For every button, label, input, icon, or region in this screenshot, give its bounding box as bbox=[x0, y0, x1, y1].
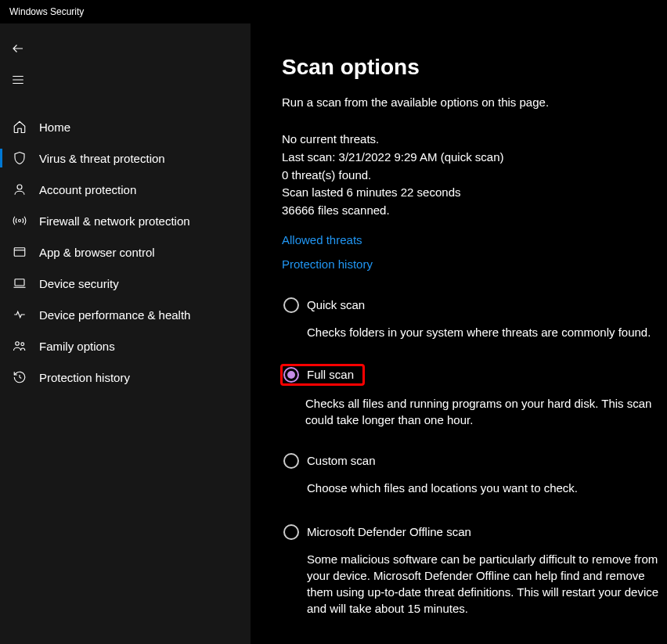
sidebar-item-firewall[interactable]: Firewall & network protection bbox=[0, 205, 251, 236]
status-last-scan: Last scan: 3/21/2022 9:29 AM (quick scan… bbox=[282, 149, 661, 166]
status-files-scanned: 36666 files scanned. bbox=[282, 202, 661, 219]
option-title: Microsoft Defender Offline scan bbox=[307, 525, 471, 538]
svg-point-4 bbox=[16, 342, 20, 346]
status-threats-found: 0 threat(s) found. bbox=[282, 167, 661, 184]
scan-options-list: Quick scan Checks folders in your system… bbox=[282, 294, 661, 620]
heart-rate-icon bbox=[11, 306, 28, 323]
option-description: Some malicious software can be particula… bbox=[307, 551, 659, 617]
option-title: Custom scan bbox=[307, 454, 376, 467]
sidebar-item-label: App & browser control bbox=[39, 246, 155, 259]
radio-full-scan[interactable]: Full scan bbox=[283, 367, 354, 383]
allowed-threats-link[interactable]: Allowed threats bbox=[282, 233, 661, 246]
sidebar-item-label: Protection history bbox=[39, 371, 130, 384]
radio-icon bbox=[283, 297, 299, 313]
main-content: Scan options Run a scan from the availab… bbox=[251, 23, 667, 644]
people-icon bbox=[11, 337, 28, 354]
svg-point-1 bbox=[19, 220, 21, 222]
sidebar-item-label: Virus & threat protection bbox=[39, 152, 165, 165]
sidebar-item-label: Family options bbox=[39, 340, 115, 353]
sidebar-item-home[interactable]: Home bbox=[0, 111, 251, 142]
sidebar-item-label: Account protection bbox=[39, 183, 136, 196]
radio-quick-scan[interactable]: Quick scan bbox=[283, 297, 659, 313]
arrow-left-icon bbox=[11, 41, 25, 56]
app-title: Windows Security bbox=[9, 6, 84, 17]
option-title: Full scan bbox=[307, 368, 354, 381]
option-custom-scan: Custom scan Choose which files and locat… bbox=[282, 450, 661, 499]
radio-offline-scan[interactable]: Microsoft Defender Offline scan bbox=[283, 524, 659, 540]
back-button[interactable] bbox=[0, 33, 251, 64]
sidebar-item-label: Device performance & health bbox=[39, 308, 190, 322]
protection-history-link[interactable]: Protection history bbox=[282, 257, 661, 271]
svg-rect-3 bbox=[15, 279, 24, 286]
option-description: Choose which files and locations you wan… bbox=[307, 480, 659, 496]
titlebar: Windows Security bbox=[0, 0, 667, 23]
sidebar-item-family[interactable]: Family options bbox=[0, 330, 251, 362]
status-scan-duration: Scan lasted 6 minutes 22 seconds bbox=[282, 184, 661, 201]
page-subtitle: Run a scan from the available options on… bbox=[282, 95, 661, 109]
svg-point-0 bbox=[17, 185, 22, 189]
sidebar-item-label: Firewall & network protection bbox=[39, 214, 190, 228]
radio-icon bbox=[283, 453, 299, 469]
option-quick-scan: Quick scan Checks folders in your system… bbox=[282, 294, 661, 344]
sidebar-item-history[interactable]: Protection history bbox=[0, 362, 251, 393]
window-icon bbox=[11, 243, 28, 261]
radio-custom-scan[interactable]: Custom scan bbox=[283, 453, 659, 469]
sidebar-item-account[interactable]: Account protection bbox=[0, 174, 251, 205]
shield-icon bbox=[11, 149, 28, 167]
svg-rect-2 bbox=[14, 248, 25, 257]
option-description: Checks folders in your system where thre… bbox=[307, 324, 659, 340]
person-icon bbox=[11, 181, 28, 198]
radio-icon bbox=[283, 367, 299, 383]
sidebar-item-virus[interactable]: Virus & threat protection bbox=[0, 142, 251, 174]
svg-point-5 bbox=[21, 343, 24, 346]
sidebar-item-device-security[interactable]: Device security bbox=[0, 268, 251, 299]
sidebar: Home Virus & threat protection Account p… bbox=[0, 23, 251, 644]
sidebar-item-app-browser[interactable]: App & browser control bbox=[0, 236, 251, 268]
radio-icon bbox=[283, 524, 299, 540]
sidebar-item-label: Home bbox=[39, 121, 70, 134]
history-icon bbox=[11, 369, 28, 386]
sidebar-item-label: Device security bbox=[39, 277, 119, 290]
option-title: Quick scan bbox=[307, 298, 365, 311]
option-description: Checks all files and running programs on… bbox=[305, 395, 661, 428]
sidebar-item-performance[interactable]: Device performance & health bbox=[0, 299, 251, 330]
laptop-icon bbox=[11, 275, 28, 292]
broadcast-icon bbox=[11, 212, 28, 229]
home-icon bbox=[11, 118, 28, 135]
scan-status: No current threats. Last scan: 3/21/2022… bbox=[282, 131, 661, 219]
page-title: Scan options bbox=[282, 55, 661, 80]
option-full-scan: Full scan bbox=[282, 365, 363, 384]
hamburger-icon bbox=[11, 73, 25, 87]
menu-button[interactable] bbox=[0, 64, 251, 95]
option-offline-scan: Microsoft Defender Offline scan Some mal… bbox=[282, 521, 661, 620]
status-no-threats: No current threats. bbox=[282, 131, 661, 148]
